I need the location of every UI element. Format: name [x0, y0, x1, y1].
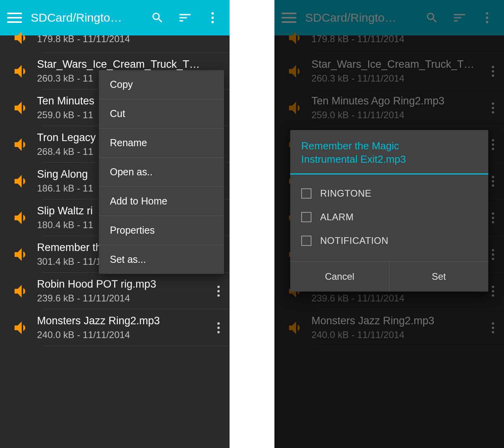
audio-icon [6, 172, 37, 191]
checkbox-icon [301, 236, 311, 246]
cancel-button[interactable]: Cancel [290, 262, 389, 292]
item-overflow-icon[interactable] [211, 286, 226, 297]
checkbox-label: RINGTONE [320, 188, 371, 199]
item-overflow-icon[interactable] [211, 322, 226, 333]
menu-set-as[interactable]: Set as... [99, 245, 224, 274]
list-item[interactable]: Robin Hood POT rig.mp3 239.6 kB - 11/11/… [0, 273, 230, 309]
checkbox-icon [301, 188, 311, 199]
checkbox-alarm[interactable]: ALARM [301, 205, 477, 229]
set-button[interactable]: Set [389, 262, 488, 292]
list-item[interactable]: Monsters Jazz Ring2.mp3 240.0 kB - 11/11… [0, 309, 230, 346]
audio-icon [6, 28, 37, 47]
menu-properties[interactable]: Properties [99, 216, 224, 245]
menu-rename[interactable]: Rename [99, 128, 224, 158]
dialog-title-line1: Remember the Magic [301, 140, 399, 152]
breadcrumb-title[interactable]: SDCard/Ringto… [31, 11, 144, 24]
dialog-title-line2: Instrumental Exit2.mp3 [301, 153, 406, 165]
file-meta: 239.6 kB - 11/11/2014 [37, 293, 209, 304]
checkbox-label: ALARM [320, 212, 354, 223]
file-name: Monsters Jazz Ring2.mp3 [37, 315, 209, 327]
audio-icon [6, 282, 37, 301]
list-item[interactable]: 179.8 kB - 11/11/2014 [0, 23, 230, 53]
menu-open-as[interactable]: Open as.. [99, 158, 224, 187]
right-screen: SDCard/Ringto… 179.8 kB - 11/11/2014 Sta… [274, 0, 504, 448]
audio-icon [6, 99, 37, 117]
search-icon[interactable] [144, 11, 171, 24]
context-menu: Copy Cut Rename Open as.. Add to Home Pr… [99, 70, 224, 274]
left-screen: SDCard/Ringto… 179.8 kB - 11/11/2014 Sta… [0, 0, 230, 448]
audio-icon [6, 208, 37, 227]
checkbox-notification[interactable]: NOTIFICATION [301, 229, 477, 253]
checkbox-ringtone[interactable]: RINGTONE [301, 182, 477, 205]
audio-icon [6, 135, 37, 154]
file-name: Robin Hood POT rig.mp3 [37, 278, 209, 290]
file-meta: 240.0 kB - 11/11/2014 [37, 329, 209, 340]
set-as-dialog: Remember the Magic Instrumental Exit2.mp… [290, 130, 488, 292]
audio-icon [6, 318, 37, 337]
audio-icon [6, 62, 37, 81]
audio-icon [6, 245, 37, 264]
menu-copy[interactable]: Copy [99, 70, 224, 99]
checkbox-label: NOTIFICATION [320, 235, 389, 246]
file-name: Star_Wars_Ice_Cream_Truck_T… [37, 58, 225, 71]
checkbox-icon [301, 212, 311, 222]
menu-add-home[interactable]: Add to Home [99, 187, 224, 216]
screenshot-divider [230, 0, 274, 448]
overflow-icon[interactable] [199, 12, 226, 23]
file-meta: 179.8 kB - 11/11/2014 [37, 33, 225, 45]
dialog-title: Remember the Magic Instrumental Exit2.mp… [290, 130, 488, 175]
menu-cut[interactable]: Cut [99, 99, 224, 128]
